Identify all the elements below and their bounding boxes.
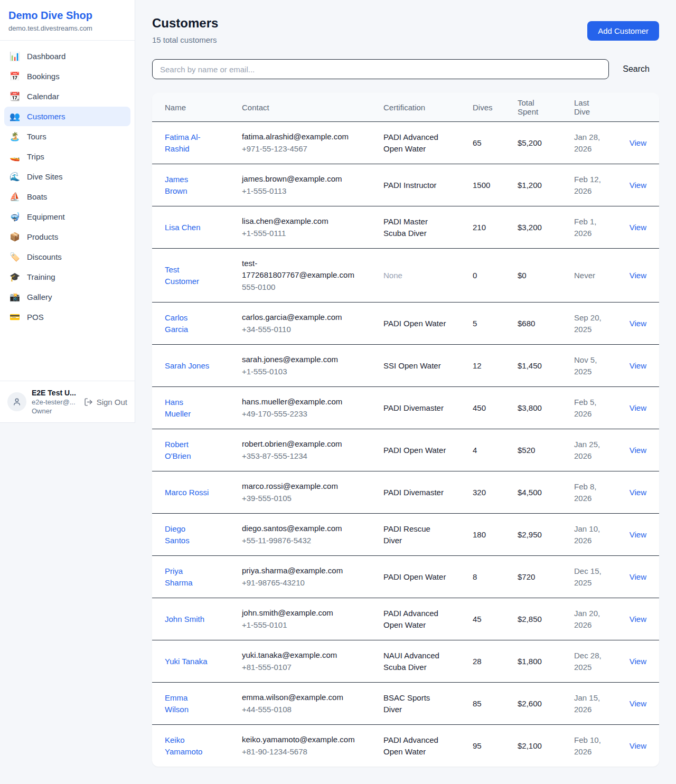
cell-name: Lisa Chen xyxy=(165,222,242,233)
view-link[interactable]: View xyxy=(630,488,646,497)
diving-mask-icon: 🤿 xyxy=(10,213,20,221)
cell-last-dive: Dec 28, 2025 xyxy=(574,650,627,673)
sidebar-item-trips[interactable]: 🚤 Trips xyxy=(4,147,130,166)
customer-phone: +81-90-1234-5678 xyxy=(242,746,383,758)
customer-name-link[interactable]: Lisa Chen xyxy=(165,222,201,233)
cell-last-dive: Jan 15, 2026 xyxy=(574,692,627,715)
search-input[interactable] xyxy=(152,59,609,79)
cell-total-spent: $2,950 xyxy=(518,529,574,541)
customer-name-link[interactable]: Sarah Jones xyxy=(165,360,209,372)
cell-contact: yuki.tanaka@example.com +81-555-0107 xyxy=(242,649,383,673)
customer-name-link[interactable]: Emma Wilson xyxy=(165,692,211,715)
cell-total-spent: $680 xyxy=(518,318,574,329)
cell-action: View xyxy=(627,402,646,414)
customer-name-link[interactable]: Carlos Garcia xyxy=(165,312,211,335)
cell-contact: diego.santos@example.com +55-11-99876-54… xyxy=(242,523,383,546)
sidebar-item-gallery[interactable]: 📸 Gallery xyxy=(4,287,130,307)
cell-last-dive: Feb 5, 2026 xyxy=(574,396,627,420)
bar-chart-icon: 📊 xyxy=(10,52,20,61)
user-email: e2e-tester@... xyxy=(32,398,79,406)
cell-last-dive: Sep 20, 2025 xyxy=(574,312,627,335)
view-link[interactable]: View xyxy=(630,271,646,280)
customer-name-link[interactable]: James Brown xyxy=(165,174,211,197)
view-link[interactable]: View xyxy=(630,572,646,581)
customer-email: keiko.yamamoto@example.com xyxy=(242,734,359,745)
customer-email: carlos.garcia@example.com xyxy=(242,311,359,323)
view-link[interactable]: View xyxy=(630,530,646,539)
cell-last-dive: Feb 12, 2026 xyxy=(574,174,627,197)
customer-email: emma.wilson@example.com xyxy=(242,692,359,703)
view-link[interactable]: View xyxy=(630,615,646,624)
sidebar-item-tours[interactable]: 🏝️ Tours xyxy=(4,127,130,146)
sidebar-item-calendar[interactable]: 📆 Calendar xyxy=(4,87,130,106)
page-header: Customers 15 total customers Add Custome… xyxy=(152,16,659,44)
sidebar-item-dashboard[interactable]: 📊 Dashboard xyxy=(4,46,130,66)
credit-card-icon: 💳 xyxy=(10,313,20,322)
view-link[interactable]: View xyxy=(630,319,646,328)
customer-phone: +1-555-0111 xyxy=(242,228,383,239)
cell-certification: PADI Advanced Open Water xyxy=(383,734,473,758)
customer-email: robert.obrien@example.com xyxy=(242,438,359,450)
user-name: E2E Test U... xyxy=(32,389,79,397)
cell-name: Diego Santos xyxy=(165,523,242,546)
cell-dives: 180 xyxy=(473,529,518,541)
cell-name: Robert O'Brien xyxy=(165,439,242,462)
sidebar-item-pos[interactable]: 💳 POS xyxy=(4,307,130,327)
view-link[interactable]: View xyxy=(630,181,646,190)
customer-name-link[interactable]: Hans Mueller xyxy=(165,396,211,420)
cell-dives: 0 xyxy=(473,270,518,281)
view-link[interactable]: View xyxy=(630,741,646,750)
cell-action: View xyxy=(627,222,646,233)
sidebar-item-equipment[interactable]: 🤿 Equipment xyxy=(4,207,130,226)
sidebar-item-dive-sites[interactable]: 🌊 Dive Sites xyxy=(4,167,130,186)
cell-dives: 8 xyxy=(473,571,518,583)
customer-name-link[interactable]: Test Customer xyxy=(165,264,211,287)
view-link[interactable]: View xyxy=(630,403,646,412)
customer-email: john.smith@example.com xyxy=(242,607,359,619)
customer-name-link[interactable]: Fatima Al-Rashid xyxy=(165,131,211,155)
view-link[interactable]: View xyxy=(630,361,646,370)
customer-name-link[interactable]: Marco Rossi xyxy=(165,487,209,498)
cell-name: Emma Wilson xyxy=(165,692,242,715)
search-button[interactable]: Search xyxy=(623,64,650,74)
table-row: John Smith john.smith@example.com +1-555… xyxy=(152,598,659,640)
customer-name-link[interactable]: Keiko Yamamoto xyxy=(165,734,211,758)
cell-action: View xyxy=(627,571,646,583)
cell-action: View xyxy=(627,318,646,329)
customer-name-link[interactable]: John Smith xyxy=(165,613,204,625)
view-link[interactable]: View xyxy=(630,446,646,455)
view-link[interactable]: View xyxy=(630,223,646,232)
add-customer-button[interactable]: Add Customer xyxy=(587,21,659,41)
sidebar-item-products[interactable]: 📦 Products xyxy=(4,227,130,247)
view-link[interactable]: View xyxy=(630,657,646,666)
sidebar-item-discounts[interactable]: 🏷️ Discounts xyxy=(4,247,130,267)
table-row: Emma Wilson emma.wilson@example.com +44-… xyxy=(152,683,659,725)
sidebar-item-customers[interactable]: 👥 Customers xyxy=(4,107,130,126)
cell-total-spent: $720 xyxy=(518,571,574,583)
cell-certification: PADI Open Water xyxy=(383,445,473,456)
customer-name-link[interactable]: Diego Santos xyxy=(165,523,211,546)
view-link[interactable]: View xyxy=(630,138,646,147)
customer-name-link[interactable]: Robert O'Brien xyxy=(165,439,211,462)
cell-name: Fatima Al-Rashid xyxy=(165,131,242,155)
customer-email: hans.mueller@example.com xyxy=(242,396,359,408)
customer-phone: +55-11-99876-5432 xyxy=(242,535,383,546)
cell-dives: 28 xyxy=(473,656,518,667)
cell-dives: 1500 xyxy=(473,180,518,191)
customer-name-link[interactable]: Yuki Tanaka xyxy=(165,656,208,667)
cell-action: View xyxy=(627,698,646,710)
cell-name: Yuki Tanaka xyxy=(165,656,242,667)
sidebar-item-bookings[interactable]: 📅 Bookings xyxy=(4,67,130,86)
view-link[interactable]: View xyxy=(630,699,646,708)
cell-certification: PADI Advanced Open Water xyxy=(383,608,473,631)
customer-phone: +44-555-0108 xyxy=(242,704,383,715)
sign-out-button[interactable]: Sign Out xyxy=(84,398,127,407)
cell-contact: john.smith@example.com +1-555-0101 xyxy=(242,607,383,631)
cell-total-spent: $3,200 xyxy=(518,222,574,233)
cell-contact: hans.mueller@example.com +49-170-555-223… xyxy=(242,396,383,420)
customer-name-link[interactable]: Priya Sharma xyxy=(165,565,211,589)
sidebar-item-training[interactable]: 🎓 Training xyxy=(4,267,130,287)
column-header-name: Name xyxy=(165,103,242,112)
table-row: Test Customer test-1772681807767@example… xyxy=(152,249,659,303)
sidebar-item-boats[interactable]: ⛵ Boats xyxy=(4,187,130,206)
